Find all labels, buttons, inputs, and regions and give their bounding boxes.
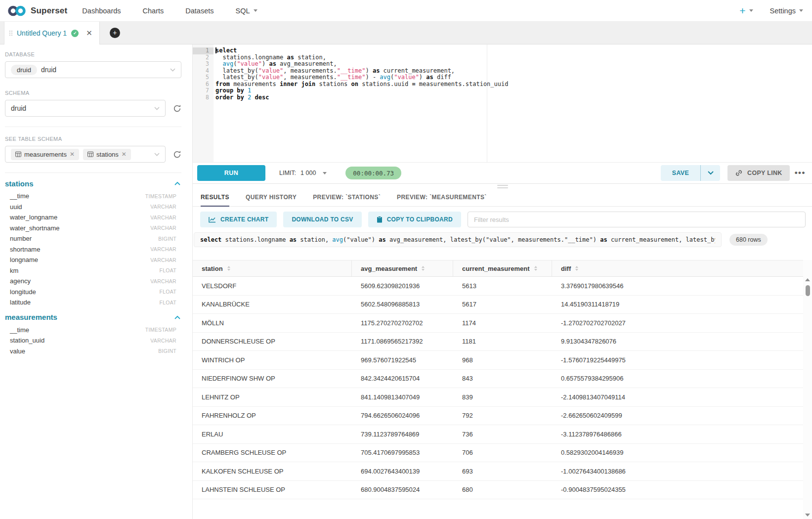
sort-icon — [422, 266, 425, 271]
nav-dashboards[interactable]: Dashboards — [82, 7, 121, 15]
table-row: NIEDERFINOW SHW OP842.34244206157048430.… — [193, 370, 803, 389]
column-header-station[interactable]: station — [193, 260, 352, 276]
sql-token: current_measurement, — [380, 67, 455, 74]
nav-sql[interactable]: SQL — [236, 7, 257, 15]
settings-menu[interactable]: Settings — [770, 7, 803, 15]
create-chart-button[interactable]: CREATE CHART — [200, 212, 277, 227]
chevron-down-icon — [323, 172, 327, 174]
line-number: 4 — [193, 68, 214, 75]
table-cell: ERLAU — [193, 425, 352, 443]
tab-results[interactable]: RESULTS — [201, 189, 229, 207]
database-select[interactable]: druid druid — [5, 61, 181, 78]
column-name: km — [10, 267, 18, 274]
schema-column-row: station_uuidVARCHAR — [0, 335, 192, 346]
editor-code-area[interactable]: select stations.longname as station, avg… — [214, 44, 812, 162]
copy-link-label: COPY LINK — [747, 170, 782, 176]
editor-gutter: 12345678 — [193, 44, 214, 162]
sql-token: , measurements. — [283, 74, 337, 81]
table-cell: 839 — [453, 388, 552, 406]
column-type: VARCHAR — [150, 246, 176, 252]
column-name: water_shortname — [10, 224, 59, 232]
table-cell: 5613 — [453, 277, 552, 295]
results-table-header: station avg_measurement current_measurem… — [193, 260, 803, 277]
column-header-label: station — [202, 265, 223, 272]
sql-code-line: latest_by("value", measurements."__time"… — [215, 68, 812, 75]
table-tag-measurements[interactable]: measurements ✕ — [11, 149, 79, 160]
run-button[interactable]: RUN — [197, 165, 265, 181]
column-header-current-measurement[interactable]: current_measurement — [453, 260, 552, 276]
superset-brand[interactable]: Superset — [7, 4, 67, 17]
vertical-scrollbar[interactable] — [803, 260, 812, 519]
table-row: ERLAU739.1123789764869736-3.112378976486… — [193, 425, 803, 444]
nav-sql-label: SQL — [236, 7, 250, 15]
refresh-tables-button[interactable] — [173, 150, 181, 159]
more-options-button[interactable]: ••• — [795, 168, 806, 178]
limit-dropdown[interactable]: LIMIT: 1 000 — [279, 170, 327, 176]
table-schema-select[interactable]: measurements ✕ stations ✕ — [5, 146, 166, 163]
sql-code-line: stations.longname as station, — [215, 54, 812, 61]
limit-value: 1 000 — [300, 170, 316, 176]
copy-clipboard-label: COPY TO CLIPBOARD — [387, 216, 453, 223]
superset-logo-icon — [7, 4, 27, 17]
nav-charts[interactable]: Charts — [143, 7, 164, 15]
copy-clipboard-button[interactable]: COPY TO CLIPBOARD — [368, 212, 461, 227]
table-section-header-measurements[interactable]: measurements — [0, 310, 192, 325]
sql-token — [244, 94, 248, 101]
tab-preview-measurements[interactable]: PREVIEW: `MEASUREMENTS` — [397, 189, 487, 207]
query-tab[interactable]: Untitled Query 1 ✓ ✕ — [4, 22, 100, 44]
clipboard-icon — [377, 216, 383, 223]
sql-token: stations.longname — [215, 54, 287, 61]
nav-datasets[interactable]: Datasets — [185, 7, 214, 15]
table-cell: 5609.623098201936 — [352, 277, 453, 295]
chart-icon — [209, 216, 216, 223]
download-csv-button[interactable]: DOWNLOAD TO CSV — [283, 212, 361, 227]
sql-token: stations.uuid — [358, 81, 412, 87]
schema-column-row: numberBIGINT — [0, 233, 192, 244]
column-name: longitude — [10, 288, 36, 296]
column-type: FLOAT — [159, 300, 176, 305]
column-type: BIGINT — [158, 348, 176, 354]
close-tab-icon[interactable]: ✕ — [86, 29, 92, 38]
schema-tables: stations__timeTIMESTAMPuuidVARCHARwater_… — [0, 176, 192, 356]
sql-token — [251, 94, 255, 101]
scroll-up-icon[interactable] — [805, 278, 810, 281]
copy-link-button[interactable]: COPY LINK — [727, 165, 790, 181]
refresh-schema-button[interactable] — [173, 104, 181, 113]
new-query-tab-button[interactable]: + — [110, 28, 120, 38]
chevron-down-icon — [154, 153, 160, 156]
schema-column-row: water_longnameVARCHAR — [0, 212, 192, 223]
results-pane: RESULTS QUERY HISTORY PREVIEW: `STATIONS… — [193, 184, 812, 519]
tab-preview-stations[interactable]: PREVIEW: `STATIONS` — [313, 189, 381, 207]
table-cell: NIEDERFINOW SHW OP — [193, 370, 352, 388]
sql-token: group by — [215, 87, 244, 94]
column-type: VARCHAR — [150, 204, 176, 210]
save-button[interactable]: SAVE — [661, 165, 700, 181]
filter-results-input[interactable] — [468, 212, 806, 227]
table-cell: 693 — [453, 462, 552, 480]
line-number: 1 — [193, 47, 214, 54]
column-header-diff[interactable]: diff — [552, 260, 803, 276]
scrollbar-thumb[interactable] — [806, 285, 810, 296]
column-header-avg-measurement[interactable]: avg_measurement — [352, 260, 453, 276]
remove-tag-icon[interactable]: ✕ — [70, 151, 75, 158]
table-tag-stations[interactable]: stations ✕ — [83, 149, 131, 160]
sql-token: stations.longname — [221, 236, 289, 243]
sql-editor: 12345678 select stations.longname as sta… — [193, 44, 812, 162]
tab-query-history[interactable]: QUERY HISTORY — [246, 189, 297, 207]
new-item-menu[interactable]: + — [739, 5, 753, 16]
schema-select[interactable]: druid — [5, 100, 166, 117]
column-header-label: current_measurement — [462, 265, 530, 272]
sql-token: measurements — [230, 81, 280, 87]
table-tag-label: measurements — [24, 151, 67, 158]
scroll-down-icon[interactable] — [805, 514, 810, 517]
settings-label: Settings — [770, 7, 796, 15]
schema-column-row: agencyVARCHAR — [0, 276, 192, 287]
save-options-button[interactable] — [700, 165, 720, 181]
remove-tag-icon[interactable]: ✕ — [122, 151, 127, 158]
table-cell: -1.2702702702702027 — [552, 314, 803, 332]
table-cell: 14.45190311418719 — [552, 296, 803, 314]
sql-token: 1 — [248, 87, 251, 94]
table-row: VELSDORF5609.62309820193656133.376901798… — [193, 277, 803, 296]
table-section-header-stations[interactable]: stations — [0, 176, 192, 191]
pane-resize-handle[interactable] — [193, 184, 812, 189]
